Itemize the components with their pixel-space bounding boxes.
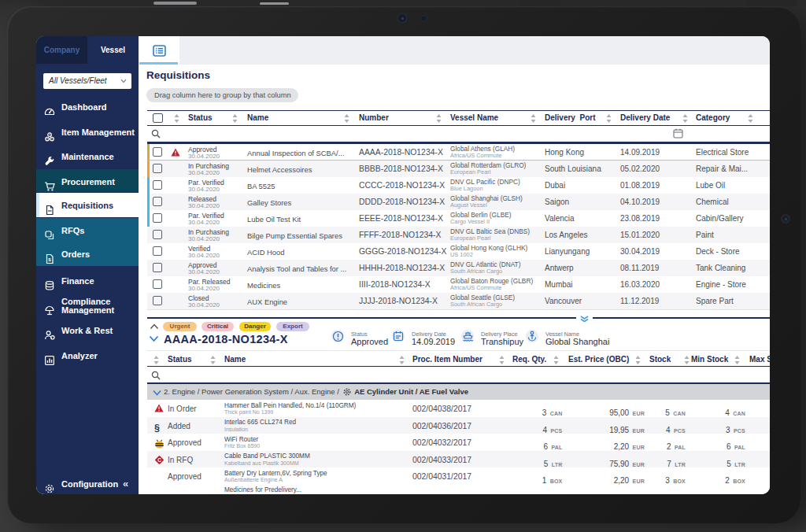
- svg-text:C: C: [157, 457, 161, 463]
- svg-text:$: $: [48, 258, 51, 263]
